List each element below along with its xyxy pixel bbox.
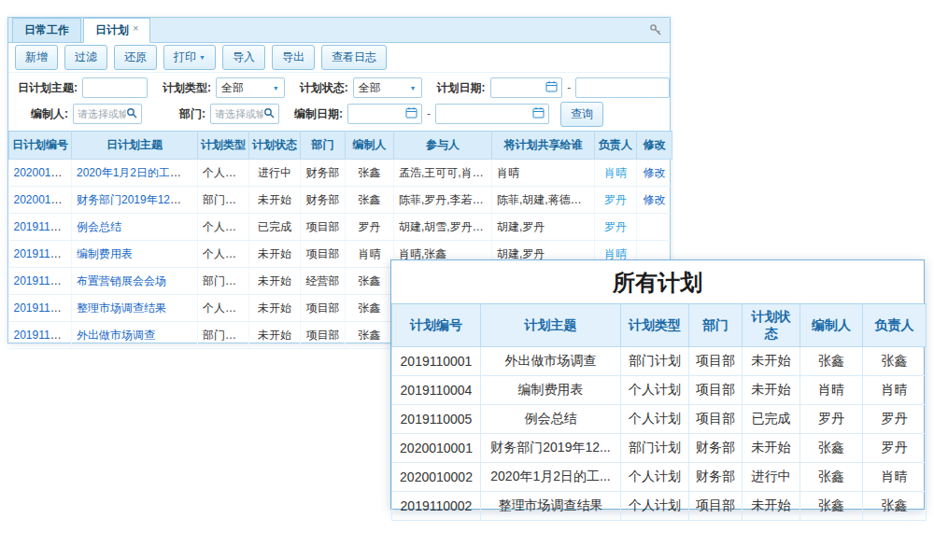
key-icon[interactable] [649, 23, 662, 40]
table-row[interactable]: 2019110005 例会总结 个人计划 项目部 已完成 罗丹 罗丹 [392, 405, 927, 434]
column-header[interactable]: 编制人 [800, 304, 863, 347]
column-header[interactable]: 将计划共享给谁 [492, 132, 595, 160]
table-row[interactable]: 2019110005 例会总结 个人计划 已完成 项目部 罗丹 胡建,胡雪,罗丹… [9, 214, 672, 241]
column-header[interactable]: 计划状态 [249, 132, 301, 160]
plan-id-link[interactable]: 2019110005 [14, 220, 72, 233]
type-select[interactable]: 全部 ▼ [216, 77, 285, 98]
search-icon[interactable] [263, 107, 275, 121]
plan-id-cell: 2020010002 [392, 463, 481, 492]
plan-status-cell: 未开始 [743, 492, 800, 521]
subject-input[interactable] [87, 82, 143, 93]
table-row[interactable]: 2019110001 外出做市场调查 部门计划 项目部 未开始 张鑫 张鑫 [392, 347, 927, 376]
column-header[interactable]: 部门 [689, 304, 743, 347]
date-range-separator: - [567, 81, 571, 94]
tab-daily-plan[interactable]: 日计划 × [83, 18, 150, 43]
filter-row-2: 编制人: 部门: 编制日期: - 查询 [8, 101, 670, 127]
table-row[interactable]: 2020010001 财务部门2019年12月的... 部门计划 未开始 财务部… [9, 187, 672, 214]
column-header[interactable]: 日计划编号 [9, 132, 72, 160]
plan-type-cell: 部门计划 [198, 268, 249, 295]
plan-id-link[interactable]: 2019110003 [14, 274, 72, 287]
plan-subject-link[interactable]: 财务部门2019年12月的... [77, 193, 198, 206]
column-header[interactable]: 计划主题 [481, 304, 621, 347]
table-row[interactable]: 2020010002 2020年1月2日的工作日... 个人计划 进行中 财务部… [9, 160, 672, 187]
column-header[interactable]: 计划类型 [198, 132, 249, 160]
tab-daily-work[interactable]: 日常工作 [12, 18, 81, 42]
column-header[interactable]: 计划编号 [392, 304, 481, 347]
compiler-cell: 张鑫 [346, 322, 394, 349]
column-header[interactable]: 负责人 [863, 304, 927, 347]
export-button[interactable]: 导出 [272, 45, 315, 70]
table-row[interactable]: 2020010002 2020年1月2日的工... 个人计划 财务部 进行中 张… [392, 463, 927, 492]
calendar-icon[interactable] [532, 106, 545, 121]
column-header[interactable]: 参与人 [394, 132, 492, 160]
column-header[interactable]: 部门 [301, 132, 346, 160]
view-log-button[interactable]: 查看日志 [321, 45, 387, 70]
table-row[interactable]: 2019110002 整理市场调查结果 个人计划 项目部 未开始 张鑫 张鑫 [392, 492, 927, 521]
plan-subject-link[interactable]: 整理市场调查结果 [77, 301, 166, 315]
plan-type-cell: 个人计划 [621, 492, 689, 521]
column-header[interactable]: 编制人 [346, 132, 394, 160]
plan-id-link[interactable]: 2019110002 [14, 301, 72, 315]
compile-date-to-box [435, 104, 549, 124]
dept-cell: 项目部 [301, 241, 346, 268]
plan-subject-link[interactable]: 外出做市场调查 [77, 329, 155, 342]
restore-button[interactable]: 还原 [114, 45, 157, 70]
import-button-label: 导入 [233, 49, 255, 65]
view-log-button-label: 查看日志 [332, 49, 376, 65]
plan-subject-cell: 财务部门2019年12... [481, 434, 621, 463]
compiler-cell: 张鑫 [346, 160, 394, 187]
add-button[interactable]: 新增 [15, 45, 58, 70]
plan-date-to-box [575, 77, 670, 98]
plan-subject-link[interactable]: 2020年1月2日的工作日... [77, 166, 198, 179]
status-select[interactable]: 全部 ▼ [353, 77, 422, 98]
all-plans-title: 所有计划 [391, 260, 924, 303]
plan-id-link[interactable]: 2020010001 [14, 193, 72, 206]
owner-link[interactable]: 肖晴 [604, 166, 627, 179]
owner-link[interactable]: 罗丹 [604, 220, 627, 233]
dept-cell: 项目部 [301, 295, 346, 322]
restore-button-label: 还原 [124, 49, 147, 65]
plan-subject-link[interactable]: 例会总结 [77, 220, 121, 233]
status-label: 计划状态: [300, 80, 348, 96]
search-button[interactable]: 查询 [560, 102, 603, 127]
table-row[interactable]: 2020010001 财务部门2019年12... 部门计划 财务部 未开始 张… [392, 434, 927, 463]
dept-cell: 项目部 [689, 405, 743, 434]
modify-link[interactable]: 修改 [644, 166, 666, 179]
plan-date-to-input[interactable] [580, 82, 665, 93]
owner-link[interactable]: 肖晴 [604, 247, 627, 260]
column-header[interactable]: 计划状态 [743, 304, 800, 347]
dept-input[interactable] [215, 108, 263, 119]
calendar-icon[interactable] [405, 106, 417, 121]
plan-type-cell: 部门计划 [621, 347, 689, 376]
participants-cell: 孟浩,王可可,肖晴,张鑫 [394, 160, 492, 187]
column-header[interactable]: 修改 [637, 132, 672, 160]
subject-label: 日计划主题: [18, 80, 78, 96]
import-button[interactable]: 导入 [222, 45, 265, 70]
plan-id-cell: 2019110002 [392, 492, 481, 521]
plan-subject-link[interactable]: 编制费用表 [77, 247, 133, 260]
type-label: 计划类型: [163, 80, 211, 96]
search-icon[interactable] [126, 107, 137, 121]
table-row[interactable]: 2019110004 编制费用表 个人计划 项目部 未开始 肖晴 肖晴 [392, 376, 927, 405]
owner-link[interactable]: 罗丹 [604, 193, 627, 206]
modify-link[interactable]: 修改 [644, 193, 666, 206]
column-header[interactable]: 负责人 [595, 132, 637, 160]
plan-date-from-input[interactable] [495, 82, 546, 93]
owner-cell: 张鑫 [863, 347, 927, 376]
plan-type-cell: 个人计划 [621, 405, 689, 434]
plan-id-link[interactable]: 2020010002 [14, 166, 72, 179]
filter-button[interactable]: 过滤 [64, 45, 107, 70]
print-button[interactable]: 打印▼ [163, 45, 216, 70]
compile-date-from-input[interactable] [352, 108, 405, 119]
compiler-input[interactable] [78, 108, 126, 119]
plan-id-link[interactable]: 2019110004 [14, 247, 72, 260]
compile-date-to-input[interactable] [440, 108, 532, 119]
plan-subject-cell: 编制费用表 [481, 376, 621, 405]
calendar-icon[interactable] [545, 80, 558, 95]
column-header[interactable]: 计划类型 [621, 304, 689, 347]
column-header[interactable]: 日计划主题 [72, 132, 198, 160]
plan-id-cell: 2020010001 [392, 434, 481, 463]
close-icon[interactable]: × [133, 22, 138, 34]
plan-id-link[interactable]: 2019110001 [14, 329, 72, 342]
plan-subject-link[interactable]: 布置营销展会会场 [77, 274, 166, 287]
